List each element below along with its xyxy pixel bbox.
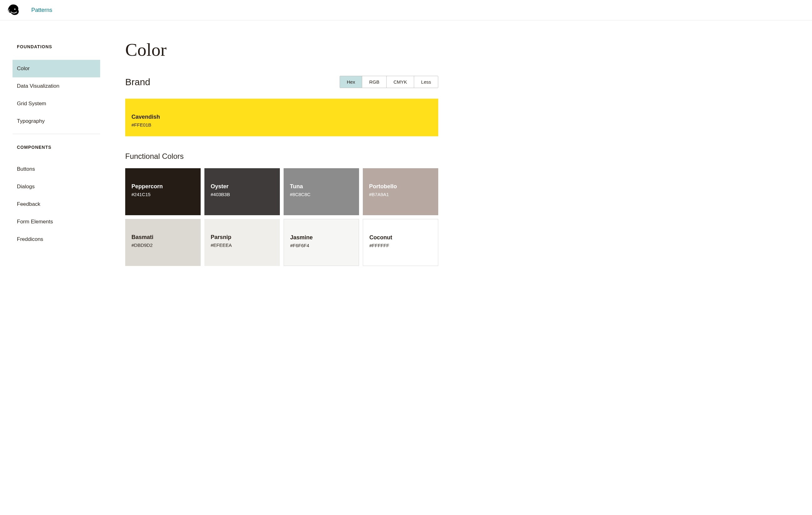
brand-section-title: Brand bbox=[125, 77, 150, 87]
sidebar: FOUNDATIONS Color Data Visualization Gri… bbox=[12, 39, 100, 266]
page-title: Color bbox=[125, 39, 438, 60]
swatch-value: #FFFFFF bbox=[369, 243, 432, 248]
format-toggle-group: Hex RGB CMYK Less bbox=[340, 76, 438, 88]
toggle-cmyk[interactable]: CMYK bbox=[386, 76, 414, 88]
swatch-value: #DBD9D2 bbox=[132, 242, 194, 248]
swatch-value: #EFEEEA bbox=[211, 242, 273, 248]
functional-swatch-coconut: Coconut#FFFFFF bbox=[363, 219, 438, 266]
sidebar-item-feedback[interactable]: Feedback bbox=[12, 195, 100, 213]
topbar: Patterns bbox=[0, 0, 812, 20]
sidebar-item-form-elements[interactable]: Form Elements bbox=[12, 213, 100, 231]
sidebar-divider bbox=[12, 134, 100, 134]
swatch-name: Coconut bbox=[369, 234, 432, 241]
swatch-value: #FFE01B bbox=[132, 122, 432, 128]
sidebar-item-data-visualization[interactable]: Data Visualization bbox=[12, 77, 100, 95]
sidebar-item-freddicons[interactable]: Freddicons bbox=[12, 231, 100, 248]
mailchimp-logo-icon[interactable] bbox=[6, 3, 20, 17]
layout: FOUNDATIONS Color Data Visualization Gri… bbox=[0, 20, 812, 278]
swatch-name: Cavendish bbox=[132, 114, 432, 120]
swatch-name: Basmati bbox=[132, 234, 194, 241]
swatch-value: #F6F6F4 bbox=[290, 243, 352, 248]
toggle-less[interactable]: Less bbox=[414, 76, 438, 88]
functional-swatch-portobello: Portobello#B7A9A1 bbox=[363, 168, 438, 215]
brand-swatch-cavendish: Cavendish #FFE01B bbox=[125, 99, 438, 136]
brand-section-header: Brand Hex RGB CMYK Less bbox=[125, 76, 438, 88]
sidebar-item-grid-system[interactable]: Grid System bbox=[12, 95, 100, 112]
swatch-name: Portobello bbox=[369, 183, 432, 190]
svg-point-0 bbox=[14, 8, 15, 10]
functional-swatch-oyster: Oyster#403B3B bbox=[204, 168, 280, 215]
swatch-value: #8C8C8C bbox=[290, 192, 353, 197]
functional-swatch-tuna: Tuna#8C8C8C bbox=[284, 168, 359, 215]
swatch-name: Tuna bbox=[290, 183, 353, 190]
sidebar-section-components-title: COMPONENTS bbox=[12, 140, 100, 155]
swatch-value: #241C15 bbox=[132, 192, 194, 197]
functional-swatch-grid: Peppercorn#241C15Oyster#403B3BTuna#8C8C8… bbox=[125, 168, 438, 266]
toggle-hex[interactable]: Hex bbox=[340, 76, 362, 88]
toggle-rgb[interactable]: RGB bbox=[362, 76, 386, 88]
swatch-name: Peppercorn bbox=[132, 183, 194, 190]
functional-swatch-jasmine: Jasmine#F6F6F4 bbox=[284, 219, 359, 266]
sidebar-item-dialogs[interactable]: Dialogs bbox=[12, 178, 100, 195]
functional-section-title: Functional Colors bbox=[125, 152, 438, 161]
patterns-link[interactable]: Patterns bbox=[31, 7, 52, 13]
swatch-name: Oyster bbox=[211, 183, 273, 190]
swatch-value: #403B3B bbox=[211, 192, 273, 197]
functional-swatch-peppercorn: Peppercorn#241C15 bbox=[125, 168, 201, 215]
main-content: Color Brand Hex RGB CMYK Less Cavendish … bbox=[125, 39, 438, 266]
sidebar-item-buttons[interactable]: Buttons bbox=[12, 160, 100, 178]
swatch-value: #B7A9A1 bbox=[369, 192, 432, 197]
sidebar-section-foundations-title: FOUNDATIONS bbox=[12, 39, 100, 54]
swatch-name: Parsnip bbox=[211, 234, 273, 241]
functional-swatch-basmati: Basmati#DBD9D2 bbox=[125, 219, 201, 266]
sidebar-item-color[interactable]: Color bbox=[12, 60, 100, 77]
sidebar-item-typography[interactable]: Typography bbox=[12, 112, 100, 130]
functional-swatch-parsnip: Parsnip#EFEEEA bbox=[204, 219, 280, 266]
swatch-name: Jasmine bbox=[290, 234, 352, 241]
